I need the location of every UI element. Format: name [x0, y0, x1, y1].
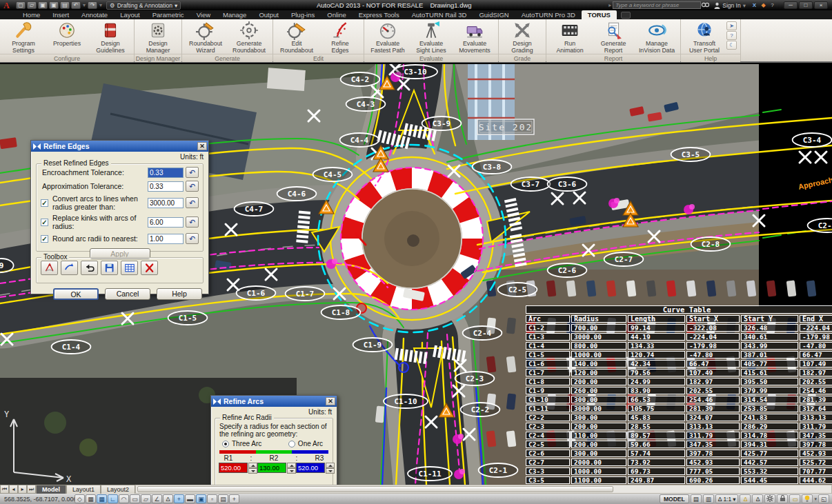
ribbon-button-transoft-user-portal[interactable]: TransoftUser Portal — [683, 20, 726, 54]
one-arc-radio[interactable]: One Arc — [288, 440, 323, 447]
search-binoculars-icon[interactable] — [701, 1, 710, 9]
prev-tab-arrow[interactable]: ◂ — [9, 485, 18, 494]
ribbon-tab-express-tools[interactable]: Express Tools — [353, 10, 406, 19]
delete-icon[interactable] — [141, 261, 158, 275]
undo-icon[interactable]: ↶ — [186, 197, 199, 208]
help-icon[interactable]: ? — [768, 1, 777, 9]
tab-layout1[interactable]: Layout1 — [66, 485, 101, 494]
ribbon-tab-torus[interactable]: TORUS — [582, 10, 617, 19]
radius-spinner-r2[interactable] — [287, 463, 296, 474]
radius-input-r2[interactable]: 130.00 — [257, 463, 286, 473]
ribbon-button-refine-edges[interactable]: RefineEdges — [319, 20, 361, 54]
undo-icon[interactable] — [81, 261, 98, 275]
checkbox[interactable]: ✓ — [41, 219, 48, 226]
next-tab-arrow[interactable]: ▸ — [18, 485, 27, 494]
flip-arc-icon[interactable] — [61, 261, 78, 275]
ribbon-button-evaluate-movements[interactable]: EvaluateMovements — [453, 20, 496, 54]
help-search-input[interactable]: Type a keyword or phrase — [613, 1, 701, 9]
object-snap-tracking-toggle[interactable]: ∠ — [152, 494, 162, 503]
field-value-input[interactable]: 0.33 — [148, 168, 184, 178]
selection-cycling-toggle[interactable]: ▤ — [218, 494, 228, 503]
ribbon-tab-output[interactable]: Output — [252, 10, 285, 19]
workspace-switcher[interactable]: ⚙ Drafting & Annotation ▾ — [106, 1, 181, 10]
ribbon-button-design-manager[interactable]: DesignManager — [137, 20, 179, 54]
close-button[interactable]: × — [814, 1, 828, 9]
quick-view-layouts-icon[interactable]: ▤ — [691, 494, 702, 503]
checkbox[interactable]: ✓ — [41, 235, 48, 243]
ribbon-button-evaluate-fastest-path[interactable]: EvaluateFastest Path — [366, 20, 409, 54]
refine-edges-titlebar[interactable]: Refine Edges ✕ — [31, 141, 208, 152]
ribbon-tab-autoturn-rail-3d[interactable]: AutoTURN Rail 3D — [406, 10, 473, 19]
scrollbar-thumb[interactable] — [137, 486, 613, 492]
ortho-mode-toggle[interactable]: ∟ — [108, 494, 118, 503]
radius-spinner-r3[interactable] — [326, 463, 335, 474]
3d-object-snap-toggle[interactable]: ▱ — [141, 494, 151, 503]
ribbon-button-edit-roundabout[interactable]: EditRoundabout — [275, 20, 318, 54]
save-icon[interactable] — [101, 261, 118, 275]
ribbon-button-run-animation[interactable]: RunAnimation — [548, 20, 591, 54]
undo-icon[interactable]: ↶ — [186, 233, 199, 244]
autocad-logo-icon[interactable] — [1, 1, 15, 10]
a360-icon[interactable]: ◆ — [759, 1, 768, 9]
first-tab-arrow[interactable]: ⏮ — [0, 485, 9, 494]
grid-display-toggle[interactable]: ▦ — [97, 494, 107, 503]
ribbon-tab-annotate[interactable]: Annotate — [75, 10, 114, 19]
ribbon-tab-home[interactable]: Home — [17, 10, 46, 19]
sign-in-button[interactable]: Sign In ▾ — [714, 2, 746, 9]
autoscale-icon[interactable]: Δ — [752, 494, 763, 503]
moon-icon[interactable]: ☾ — [726, 41, 737, 50]
exchange-apps-icon[interactable]: X — [750, 1, 759, 9]
redo-icon[interactable]: ↷ — [88, 1, 97, 9]
lineweight-toggle[interactable]: ▬ — [185, 494, 195, 503]
search-expand-arrow[interactable]: ▸ — [608, 2, 611, 8]
save-as-icon[interactable]: ▣ — [49, 1, 59, 9]
new-file-icon[interactable]: ▢ — [16, 1, 26, 9]
ribbon-tab-layout[interactable]: Layout — [114, 10, 146, 19]
radius-spinner-r1[interactable] — [248, 463, 257, 474]
edit-geometry-icon[interactable] — [41, 261, 58, 275]
ribbon-tab-insert[interactable]: Insert — [46, 10, 75, 19]
maximize-button[interactable]: □ — [799, 1, 813, 9]
isolate-objects-bulb-icon[interactable] — [802, 494, 813, 503]
object-snap-toggle[interactable]: ▭ — [130, 494, 140, 503]
ribbon-tab-manage[interactable]: Manage — [217, 10, 252, 19]
save-icon[interactable]: ▣ — [38, 1, 48, 9]
tab-model[interactable]: Model — [36, 485, 66, 494]
table-icon[interactable] — [121, 261, 138, 275]
ribbon-button-roundabout-wizard[interactable]: RoundaboutWizard — [184, 20, 227, 54]
clean-screen-icon[interactable]: ◱ — [818, 494, 829, 503]
workspace-gear-icon[interactable] — [764, 494, 775, 503]
ribbon-tab-plug-ins[interactable]: Plug-ins — [285, 10, 321, 19]
model-space-button[interactable]: MODEL — [660, 494, 689, 503]
radius-input-r1[interactable]: 520.00 — [219, 463, 248, 473]
ribbon-tab-parametric[interactable]: Parametric — [146, 10, 190, 19]
snap-mode-toggle[interactable]: ▦ — [86, 494, 96, 503]
ribbon-tab-guidsign[interactable]: GuidSIGN — [473, 10, 515, 19]
quick-properties-toggle[interactable]: ▫ — [207, 494, 217, 503]
annotation-scale-control[interactable]: Δ 1:1 ▾ — [715, 494, 739, 503]
redo-dropdown-arrow[interactable]: ▾ — [99, 2, 102, 8]
drawing-canvas[interactable]: Site 202 Approach Y X C4-2C3-10C4-3C3-9C… — [0, 64, 832, 485]
three-arc-radio[interactable]: Three Arc — [222, 440, 261, 447]
ribbon-button-manage-invision-data[interactable]: ManageInVision Data — [635, 20, 678, 54]
undo-icon[interactable]: ↶ — [71, 1, 81, 9]
horizontal-scrollbar[interactable] — [135, 485, 832, 494]
quick-view-drawings-icon[interactable]: ▥ — [703, 494, 714, 503]
help-button[interactable]: Help — [157, 288, 202, 300]
undo-dropdown-arrow[interactable]: ▾ — [83, 2, 86, 8]
minimize-button[interactable]: ─ — [784, 1, 798, 9]
status-tray-chat-icon[interactable]: ▭ — [789, 494, 800, 503]
undo-icon[interactable]: ↶ — [186, 181, 199, 192]
plot-icon[interactable]: ▤ — [60, 1, 70, 9]
ribbon-button-generate-report[interactable]: GenerateReport — [592, 20, 635, 54]
checkbox[interactable]: ✓ — [41, 199, 48, 207]
field-value-input[interactable]: 3000.00 — [148, 198, 184, 208]
tab-extra-icon[interactable] — [621, 12, 631, 19]
infer-constraints-toggle[interactable]: ◇ — [75, 494, 85, 503]
ribbon-button-generate-roundabout[interactable]: GenerateRoundabout — [228, 20, 270, 54]
polar-tracking-toggle[interactable]: ◠ — [119, 494, 129, 503]
close-icon[interactable]: ✕ — [197, 142, 207, 150]
dynamic-input-toggle[interactable]: + — [174, 494, 184, 503]
refine-arcs-titlebar[interactable]: Refine Arcs ✕ — [211, 396, 337, 407]
undo-icon[interactable]: ↶ — [186, 216, 199, 228]
